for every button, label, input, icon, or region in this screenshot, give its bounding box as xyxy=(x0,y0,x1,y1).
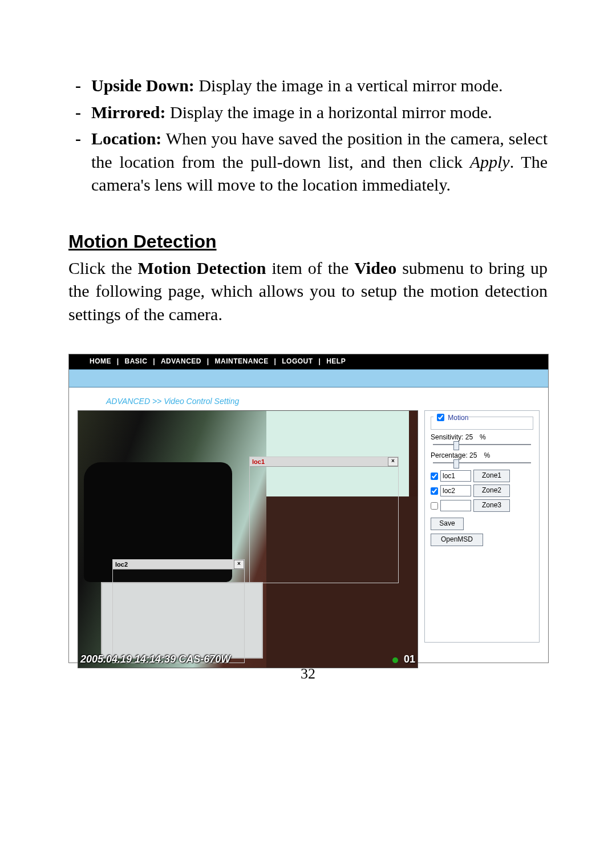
blue-bar xyxy=(69,369,548,387)
sensitivity-label: Sensitivity: xyxy=(431,433,463,441)
motion-zone-2[interactable]: loc2 × xyxy=(112,559,245,663)
zone1-loc-input[interactable]: loc1 xyxy=(440,470,471,482)
zone1-close-icon[interactable]: × xyxy=(388,457,398,466)
breadcrumb: ADVANCED >> Video Control Setting xyxy=(106,397,239,406)
motion-zone-1[interactable]: loc1 × xyxy=(249,457,399,583)
zone3-button[interactable]: Zone3 xyxy=(473,499,510,512)
section-text: Click the Motion Detection item of the V… xyxy=(68,257,548,326)
nav-logout[interactable]: LOGOUT xyxy=(282,357,313,365)
term: Upside Down: xyxy=(91,76,194,95)
bullet-text: Display the image in a horizontal mirror… xyxy=(166,103,492,122)
slider-track xyxy=(433,462,531,463)
percentage-row: Percentage: 25 % xyxy=(431,451,533,459)
sensitivity-row: Sensitivity: 25 % xyxy=(431,433,533,441)
text-bold: Motion Detection xyxy=(138,259,266,277)
sensitivity-unit: % xyxy=(480,433,486,441)
video-counter: 01 xyxy=(404,653,415,665)
bullet-location: Location: When you have saved the positi… xyxy=(68,127,548,197)
zone1-header[interactable]: loc1 × xyxy=(250,457,398,467)
slider-thumb[interactable] xyxy=(453,459,459,469)
status-dot-icon xyxy=(392,657,398,663)
zone-row-2: loc2 Zone2 xyxy=(431,484,533,497)
zone2-name: loc2 xyxy=(115,561,128,568)
text-bold: Video xyxy=(354,259,396,277)
nav-advanced[interactable]: ADVANCED xyxy=(161,357,201,365)
zone-row-3: Zone3 xyxy=(431,499,533,512)
zone3-loc-input[interactable] xyxy=(440,500,471,511)
nav-maintenance[interactable]: MAINTENANCE xyxy=(215,357,269,365)
bullet-list: Upside Down: Display the image in a vert… xyxy=(68,74,548,197)
percentage-value: 25 xyxy=(469,451,482,459)
bullet-upside-down: Upside Down: Display the image in a vert… xyxy=(68,74,548,98)
zone3-checkbox[interactable] xyxy=(431,502,438,510)
zone1-name: loc1 xyxy=(252,458,265,465)
nav-home[interactable]: HOME xyxy=(90,357,111,365)
zone-row-1: loc1 Zone1 xyxy=(431,470,533,482)
zone1-checkbox[interactable] xyxy=(431,473,438,480)
zone2-header[interactable]: loc2 × xyxy=(113,560,244,570)
motion-toggle[interactable] xyxy=(437,414,444,421)
zone1-button[interactable]: Zone1 xyxy=(473,470,510,482)
motion-panel: Motion Sensitivity: 25 % Percentage: 25 … xyxy=(424,410,540,643)
zone2-checkbox[interactable] xyxy=(431,487,438,495)
motion-fieldset: Motion xyxy=(431,417,533,430)
zone2-close-icon[interactable]: × xyxy=(234,560,244,569)
section-title: Motion Detection xyxy=(68,231,548,252)
percentage-unit: % xyxy=(484,451,490,459)
nav-basic[interactable]: BASIC xyxy=(125,357,148,365)
percentage-label: Percentage: xyxy=(431,451,468,459)
sensitivity-value: 25 xyxy=(465,433,478,441)
motion-legend: Motion xyxy=(433,412,469,423)
text: Click the xyxy=(68,259,138,277)
zone2-button[interactable]: Zone2 xyxy=(473,484,510,497)
video-timestamp: 2005.04.19 14:14:39 CAS-670W xyxy=(80,653,230,665)
text: item of the xyxy=(266,259,354,277)
sensitivity-slider[interactable] xyxy=(431,442,533,447)
openmsd-button[interactable]: OpenMSD xyxy=(431,534,483,546)
apply-word: Apply xyxy=(470,152,510,171)
zone2-loc-input[interactable]: loc2 xyxy=(440,485,471,496)
nav-help[interactable]: HELP xyxy=(326,357,346,365)
term: Location: xyxy=(91,129,161,148)
term: Mirrored: xyxy=(91,103,166,122)
percentage-slider[interactable] xyxy=(431,461,533,465)
embedded-ui: HOME | BASIC | ADVANCED | MAINTENANCE | … xyxy=(68,354,549,663)
motion-label: Motion xyxy=(448,414,468,422)
save-button[interactable]: Save xyxy=(431,518,464,530)
slider-thumb[interactable] xyxy=(453,441,459,450)
live-video: loc1 × loc2 × 2005.04.19 14:14:39 CAS-67… xyxy=(78,410,418,668)
slider-track xyxy=(433,444,531,445)
bullet-mirrored: Mirrored: Display the image in a horizon… xyxy=(68,101,548,124)
page-number: 32 xyxy=(0,665,616,683)
bullet-text: Display the image in a vertical mirror m… xyxy=(194,76,503,95)
top-menubar: HOME | BASIC | ADVANCED | MAINTENANCE | … xyxy=(69,354,548,369)
